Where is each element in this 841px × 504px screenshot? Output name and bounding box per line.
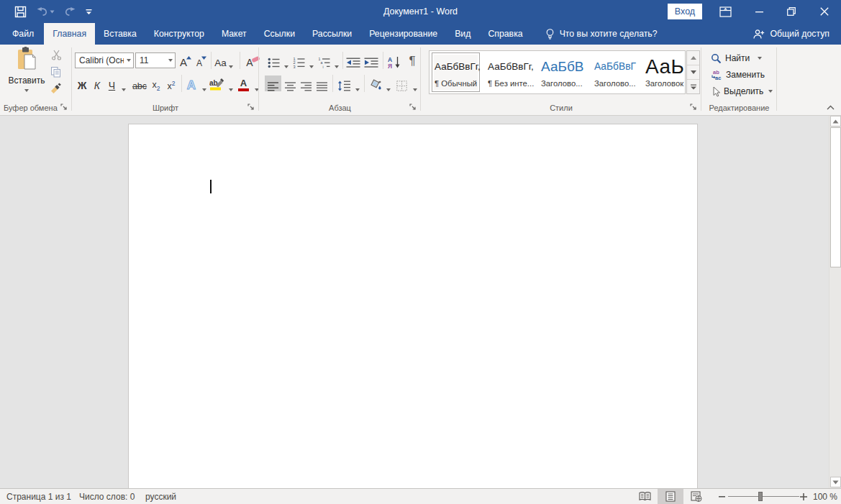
style-no-spacing[interactable]: АаБбВвГг, ¶ Без инте... <box>485 52 532 92</box>
underline-menu-arrow[interactable] <box>119 75 129 91</box>
styles-dialog-launcher[interactable] <box>689 103 698 111</box>
tab-view[interactable]: Вид <box>446 23 479 45</box>
tab-file[interactable]: Файл <box>2 23 44 45</box>
tab-help[interactable]: Справка <box>479 23 531 45</box>
line-spacing-button[interactable] <box>335 75 353 91</box>
zoom-out-button[interactable] <box>714 489 729 504</box>
web-layout-icon <box>691 491 702 502</box>
cut-button[interactable] <box>47 47 65 63</box>
shrink-font-arrow-icon <box>201 56 206 60</box>
ribbon-tab-row: Файл Главная Вставка Конструктор Макет С… <box>0 23 841 45</box>
document-page[interactable] <box>128 124 698 488</box>
text-effects-button[interactable]: А <box>183 75 199 91</box>
justify-button[interactable] <box>314 75 329 91</box>
styles-scroll-down-button[interactable] <box>687 65 699 80</box>
style-title[interactable]: АаЬ Заголовок <box>642 52 684 92</box>
replace-button[interactable]: abac Заменить <box>711 68 765 82</box>
style-heading1[interactable]: АаБбВ Заголово... <box>538 52 581 92</box>
font-color-button[interactable]: А <box>236 75 251 91</box>
select-button[interactable]: Выделить <box>711 84 773 98</box>
show-marks-button[interactable]: ¶ <box>405 52 419 68</box>
sign-in-button[interactable]: Вход <box>668 4 702 19</box>
text-effects-menu-arrow[interactable] <box>199 75 209 91</box>
shrink-font-button[interactable]: А <box>194 52 209 68</box>
scrollbar-up-button[interactable] <box>830 116 841 127</box>
replace-icon: abac <box>711 69 722 81</box>
page-indicator[interactable]: Страница 1 из 1 <box>6 489 71 504</box>
customize-qat-button[interactable] <box>86 9 92 15</box>
tab-review[interactable]: Рецензирование <box>360 23 446 45</box>
format-painter-button[interactable] <box>47 80 65 96</box>
shading-button[interactable] <box>367 75 383 91</box>
scrollbar-thumb[interactable] <box>830 127 841 267</box>
tab-references[interactable]: Ссылки <box>255 23 304 45</box>
underline-button[interactable]: Ч <box>105 75 119 91</box>
bold-button[interactable]: Ж <box>75 75 89 91</box>
numbering-menu-arrow[interactable] <box>306 52 316 68</box>
web-layout-button[interactable] <box>683 489 709 504</box>
highlight-menu-arrow[interactable] <box>226 75 235 91</box>
read-mode-button[interactable] <box>632 489 658 504</box>
align-right-button[interactable] <box>298 75 314 91</box>
style-preview: АаБбВвГг, <box>488 55 534 78</box>
restore-button[interactable] <box>776 0 807 23</box>
paragraph-dialog-launcher[interactable] <box>409 103 417 111</box>
minimize-button[interactable] <box>743 0 775 23</box>
save-button[interactable] <box>14 6 27 18</box>
scroll-up-icon <box>691 56 696 60</box>
align-center-button[interactable] <box>282 75 298 91</box>
decrease-indent-button[interactable] <box>345 52 362 68</box>
font-dialog-launcher[interactable] <box>247 103 255 111</box>
align-left-button[interactable] <box>265 75 281 91</box>
zoom-slider-track[interactable] <box>728 496 799 497</box>
tab-layout[interactable]: Макет <box>213 23 255 45</box>
superscript-button[interactable]: x2 <box>164 75 178 91</box>
multilevel-menu-arrow[interactable] <box>332 52 341 68</box>
styles-scroll-up-button[interactable] <box>687 51 699 65</box>
tab-insert[interactable]: Вставка <box>95 23 145 45</box>
font-name-combo[interactable]: Calibri (Осн <box>75 52 134 68</box>
undo-button[interactable] <box>37 6 55 17</box>
tell-me-box[interactable]: Что вы хотите сделать? <box>545 23 658 45</box>
scrollbar-down-button[interactable] <box>830 477 841 487</box>
paste-button[interactable]: Вставить <box>6 47 47 109</box>
grow-font-button[interactable]: А <box>178 52 194 68</box>
zoom-slider-thumb[interactable] <box>758 492 763 501</box>
increase-indent-button[interactable] <box>363 52 380 68</box>
tab-design[interactable]: Конструктор <box>145 23 213 45</box>
font-size-combo[interactable]: 11 <box>135 52 176 68</box>
redo-button[interactable] <box>65 6 76 17</box>
borders-button[interactable] <box>394 75 410 91</box>
word-count[interactable]: Число слов: 0 <box>79 489 135 504</box>
close-button[interactable] <box>809 0 840 23</box>
clipboard-dialog-launcher[interactable] <box>60 103 68 111</box>
find-button[interactable]: Найти <box>711 51 762 65</box>
copy-button[interactable] <box>47 63 65 80</box>
style-heading2[interactable]: АаБбВвГ Заголово... <box>591 52 632 92</box>
highlight-button[interactable]: ab <box>209 75 225 91</box>
bullets-menu-arrow[interactable] <box>281 52 291 68</box>
subscript-button[interactable]: x2 <box>149 75 163 91</box>
numbering-button[interactable]: 123 <box>291 52 306 68</box>
bullets-button[interactable] <box>266 52 281 68</box>
sort-button[interactable]: АЯ <box>385 52 403 68</box>
zoom-level[interactable]: 100 % <box>812 489 839 504</box>
ribbon-display-options-button[interactable] <box>709 0 741 23</box>
shading-menu-arrow[interactable] <box>383 75 393 91</box>
tab-home[interactable]: Главная <box>44 23 95 45</box>
styles-more-button[interactable] <box>687 80 699 93</box>
zoom-in-button[interactable] <box>796 489 811 504</box>
style-normal[interactable]: АаБбВвГг, ¶ Обычный <box>432 52 480 92</box>
italic-button[interactable]: К <box>91 75 104 91</box>
strikethrough-button[interactable]: abc <box>131 75 148 91</box>
line-spacing-menu-arrow[interactable] <box>353 75 362 91</box>
language-indicator[interactable]: русский <box>145 489 176 504</box>
multilevel-list-button[interactable]: 1ai <box>317 52 332 68</box>
borders-menu-arrow[interactable] <box>410 75 419 91</box>
zoom-out-icon <box>719 496 725 498</box>
print-layout-button[interactable] <box>658 489 683 504</box>
collapse-ribbon-button[interactable] <box>824 103 836 111</box>
tab-mailings[interactable]: Рассылки <box>304 23 360 45</box>
change-case-button[interactable]: Аа <box>213 52 235 68</box>
share-button[interactable]: Общий доступ <box>753 23 829 45</box>
